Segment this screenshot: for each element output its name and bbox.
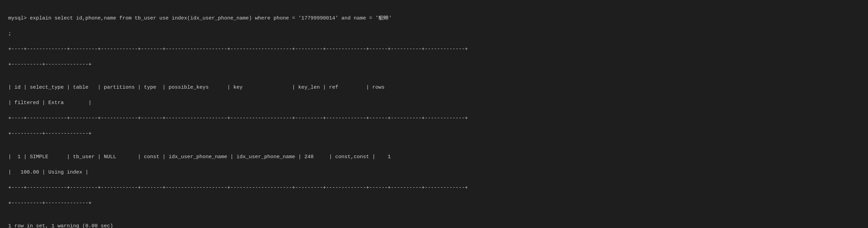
terminal-output: mysql> explain select id,phone,name from… <box>8 7 860 228</box>
separator-top-long: +----+-------------+---------+----------… <box>8 46 860 53</box>
separator-bottom-short: +----------+--------------+ <box>8 200 860 207</box>
separator-bottom-long: +----+-------------+---------+----------… <box>8 184 860 192</box>
separator-top-short: +----------+--------------+ <box>8 61 860 69</box>
summary-line: 1 row in set, 1 warning (0.00 sec) <box>8 223 860 228</box>
query-line-2: ; <box>8 30 860 38</box>
query-line-1: mysql> explain select id,phone,name from… <box>8 15 860 23</box>
header-row-1: | id | select_type | table | partitions … <box>8 84 860 92</box>
separator-mid-short: +----------+--------------+ <box>8 130 860 138</box>
header-row-2: | filtered | Extra | <box>8 99 860 107</box>
data-row-2: | 100.00 | Using index | <box>8 169 860 177</box>
data-row-1: | 1 | SIMPLE | tb_user | NULL | const | … <box>8 153 860 161</box>
separator-mid-long: +----+-------------+---------+----------… <box>8 115 860 123</box>
